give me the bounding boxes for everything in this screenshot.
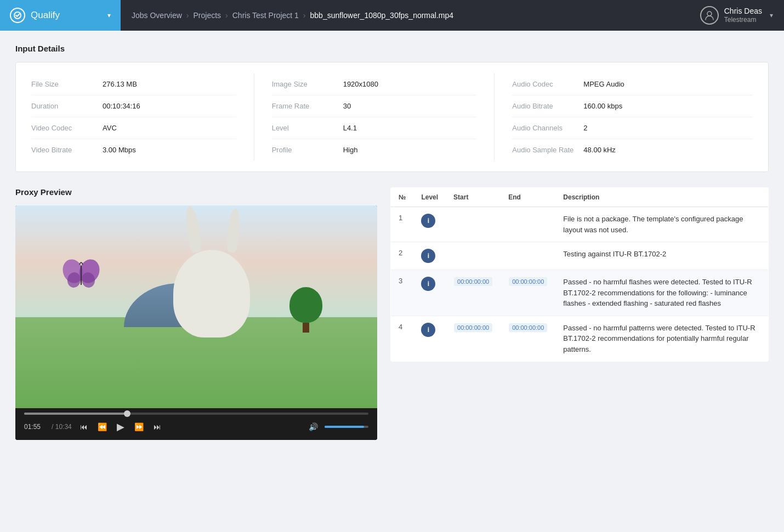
skip-to-end-button[interactable]: ⏭ [152, 421, 163, 433]
cell-end [501, 207, 555, 242]
label-level: Level [272, 124, 343, 132]
table-row: 2iTesting against ITU-R BT.1702-2 [391, 242, 769, 270]
value-audio-codec: MPEG Audio [583, 80, 624, 88]
detail-video-bitrate: Video Bitrate 3.00 Mbps [31, 139, 236, 161]
col-header-start: Start [446, 188, 501, 207]
cell-end: 00:00:00:00 [501, 270, 555, 316]
cell-level: i [413, 242, 446, 270]
breadcrumb-jobs[interactable]: Jobs Overview [132, 11, 182, 20]
info-badge: i [421, 249, 435, 263]
cell-description: File is not a package. The template's co… [555, 207, 768, 242]
info-badge: i [421, 214, 435, 228]
breadcrumb-project[interactable]: Chris Test Project 1 [232, 11, 299, 20]
user-avatar [700, 6, 719, 25]
value-file-size: 276.13 MB [103, 80, 137, 88]
detail-profile: Profile High [272, 139, 477, 161]
breadcrumb-file: bbb_sunflower_1080p_30fps_normal.mp4 [310, 11, 454, 20]
video-tree-trunk [303, 323, 309, 333]
value-audio-channels: 2 [583, 124, 587, 132]
label-video-bitrate: Video Bitrate [31, 146, 103, 154]
brand-chevron-icon: ▾ [107, 12, 111, 19]
label-image-size: Image Size [272, 80, 343, 88]
cell-num: 4 [391, 316, 414, 362]
table-row: 1iFile is not a package. The template's … [391, 207, 769, 242]
play-button[interactable]: ▶ [115, 419, 126, 434]
value-audio-sample-rate: 48.00 kHz [583, 146, 616, 154]
details-col-3: Audio Codec MPEG Audio Audio Bitrate 160… [512, 73, 753, 161]
cell-num: 2 [391, 242, 414, 270]
col-header-description: Description [555, 188, 768, 207]
label-audio-codec: Audio Codec [512, 80, 583, 88]
issues-table: № Level Start End Description 1iFile is … [390, 187, 769, 362]
info-badge: i [421, 277, 435, 291]
video-frame [15, 205, 377, 408]
video-tree-top [289, 287, 322, 323]
details-col-2: Image Size 1920x1080 Frame Rate 30 Level… [272, 73, 495, 161]
table-header-row: № Level Start End Description [391, 188, 769, 207]
cell-end: 00:00:00:00 [501, 316, 555, 362]
cell-description: Passed - no harmful patterns were detect… [555, 316, 768, 362]
user-menu[interactable]: Chris Deas Telestream ▾ [689, 6, 784, 25]
info-badge: i [421, 323, 435, 337]
breadcrumb-sep-2: › [225, 11, 228, 20]
progress-bar[interactable] [24, 413, 368, 415]
description-text: Testing against ITU-R BT.1702-2 [563, 250, 666, 258]
cell-level: i [413, 316, 446, 362]
top-navigation: Qualify ▾ Jobs Overview › Projects › Chr… [0, 0, 784, 31]
detail-level: Level L4.1 [272, 117, 477, 139]
cell-num: 1 [391, 207, 414, 242]
controls-row: 01:55 / 10:34 ⏮ ⏪ ▶ ⏩ ⏭ 🔊 [24, 419, 368, 434]
col-header-num: № [391, 188, 414, 207]
value-image-size: 1920x1080 [343, 80, 378, 88]
detail-audio-bitrate: Audio Bitrate 160.00 kbps [512, 95, 753, 117]
video-tree [289, 287, 322, 331]
step-forward-button[interactable]: ⏩ [133, 421, 145, 433]
total-time: / 10:34 [52, 423, 72, 431]
proxy-preview-title: Proxy Preview [15, 187, 377, 197]
cell-start: 00:00:00:00 [446, 316, 501, 362]
start-time-badge: 00:00:00:00 [454, 277, 492, 286]
breadcrumb: Jobs Overview › Projects › Chris Test Pr… [121, 11, 689, 20]
bottom-section: Proxy Preview [15, 187, 769, 440]
current-time: 01:55 [24, 423, 41, 431]
value-video-bitrate: 3.00 Mbps [103, 146, 136, 154]
cell-num: 3 [391, 270, 414, 316]
skip-to-start-button[interactable]: ⏮ [78, 421, 89, 433]
user-info: Chris Deas Telestream [724, 6, 762, 25]
progress-fill [24, 413, 127, 415]
volume-bar[interactable] [325, 426, 368, 428]
brand-logo[interactable]: Qualify ▾ [0, 0, 121, 31]
cell-start [446, 242, 501, 270]
detail-audio-sample-rate: Audio Sample Rate 48.00 kHz [512, 139, 753, 161]
brand-label: Qualify [31, 10, 103, 21]
description-text: File is not a package. The template's co… [563, 215, 743, 234]
cell-description: Passed - no harmful flashes were detecte… [555, 270, 768, 316]
col-header-end: End [501, 188, 555, 207]
table-row: 3i00:00:00:0000:00:00:00Passed - no harm… [391, 270, 769, 316]
breadcrumb-sep-1: › [186, 11, 189, 20]
cell-level: i [413, 270, 446, 316]
detail-file-size: File Size 276.13 MB [31, 73, 236, 95]
label-audio-channels: Audio Channels [512, 124, 583, 132]
detail-audio-codec: Audio Codec MPEG Audio [512, 73, 753, 95]
volume-icon: 🔊 [309, 422, 318, 431]
video-butterfly [62, 255, 100, 295]
breadcrumb-projects[interactable]: Projects [193, 11, 221, 20]
label-audio-sample-rate: Audio Sample Rate [512, 146, 583, 154]
description-text: Passed - no harmful flashes were detecte… [563, 278, 752, 307]
label-file-size: File Size [31, 80, 103, 88]
value-frame-rate: 30 [343, 102, 351, 110]
step-back-button[interactable]: ⏪ [96, 421, 109, 433]
detail-audio-channels: Audio Channels 2 [512, 117, 753, 139]
cell-level: i [413, 207, 446, 242]
user-chevron-icon: ▾ [770, 12, 773, 19]
input-details-title: Input Details [15, 44, 769, 53]
video-controls: 01:55 / 10:34 ⏮ ⏪ ▶ ⏩ ⏭ 🔊 [15, 408, 377, 440]
end-time-badge: 00:00:00:00 [509, 277, 547, 286]
value-duration: 00:10:34:16 [103, 102, 140, 110]
input-details-card: File Size 276.13 MB Duration 00:10:34:16… [15, 62, 769, 172]
volume-fill [325, 426, 364, 428]
video-container: 01:55 / 10:34 ⏮ ⏪ ▶ ⏩ ⏭ 🔊 [15, 205, 377, 440]
detail-duration: Duration 00:10:34:16 [31, 95, 236, 117]
start-time-badge: 00:00:00:00 [454, 323, 492, 332]
